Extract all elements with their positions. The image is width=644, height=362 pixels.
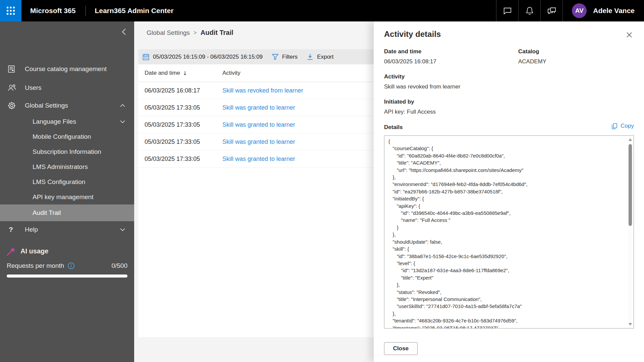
sidebar-item-mobile-configuration[interactable]: Mobile Configuration [0, 129, 134, 144]
sidebar-item-label: API key management [33, 193, 94, 201]
field-activity: Activity Skill was revoked from learner [384, 73, 461, 90]
sidebar-item-lms-administrators[interactable]: LMS Administrators [0, 159, 134, 174]
export-label: Export [317, 54, 333, 60]
field-initiated-by: Initiated by API key: Full Access [384, 99, 436, 115]
requests-label: Requests per month [7, 262, 64, 269]
catalog-icon [7, 65, 16, 73]
sidebar: Course catalog management Users Global S… [0, 21, 134, 362]
table-body: 06/03/2025 16:08:17Skill was revoked fro… [138, 82, 374, 168]
sidebar-item-users[interactable]: Users [0, 78, 134, 97]
sidebar-item-course-catalog-management[interactable]: Course catalog management [0, 60, 134, 78]
info-icon[interactable] [67, 262, 75, 269]
row-activity-link[interactable]: Skill was granted to learner [222, 138, 295, 145]
ai-usage-label: AI usage [20, 247, 48, 255]
breadcrumb-current: Audit Trail [201, 29, 233, 37]
filters-button[interactable]: Filters [272, 53, 298, 60]
sidebar-item-label: Audit Trail [33, 209, 61, 217]
sidebar-item-label: Language Files [33, 118, 76, 125]
sort-descending-icon: ↓ [183, 70, 187, 76]
export-button[interactable]: Export [307, 53, 333, 60]
sidebar-item-label: Subscription Information [33, 148, 101, 156]
users-icon [7, 83, 17, 92]
topbar-divider [86, 6, 86, 16]
sidebar-collapse-button[interactable] [120, 27, 127, 37]
chat-icon [503, 6, 512, 15]
download-icon [307, 53, 314, 60]
help-icon: ? [9, 226, 13, 234]
row-date: 05/03/2025 17:33:05 [145, 104, 222, 111]
field-label: Initiated by [384, 99, 436, 105]
gear-icon [7, 101, 16, 110]
bell-icon [525, 6, 534, 15]
app-launcher-button[interactable] [0, 0, 21, 21]
app-title[interactable]: Learn365 Admin Center [95, 7, 173, 15]
sidebar-item-api-key-management[interactable]: API key management [0, 189, 134, 204]
row-date: 05/03/2025 17:33:05 [145, 138, 222, 145]
sidebar-item-global-settings[interactable]: Global Settings [0, 97, 134, 114]
row-date: 05/03/2025 17:33:05 [145, 156, 222, 163]
table-row: 05/03/2025 17:33:05Skill was granted to … [138, 133, 374, 150]
breadcrumb: Global Settings > Audit Trail [147, 29, 233, 37]
chevron-up-icon [120, 104, 125, 108]
table-row: 06/03/2025 16:08:17Skill was revoked fro… [138, 82, 374, 99]
product-name[interactable]: Microsoft 365 [30, 7, 75, 15]
list-toolbar: 05/03/2025 16:15:09 - 06/03/2025 16:15:0… [138, 49, 374, 64]
panel-close-button[interactable] [625, 31, 633, 39]
scroll-down-icon[interactable] [629, 323, 632, 325]
chat-button[interactable] [496, 0, 518, 21]
row-activity-link[interactable]: Skill was granted to learner [222, 121, 295, 128]
table-header: Date and time ↓ Activity [138, 64, 374, 82]
requests-count: 0/500 [111, 262, 127, 269]
close-button-label: Close [393, 345, 409, 352]
feedback-button[interactable] [540, 0, 562, 21]
table-row: 05/03/2025 17:33:05Skill was granted to … [138, 116, 374, 133]
sidebar-item-label: Mobile Configuration [33, 133, 91, 140]
field-value: 06/03/2025 16:08:17 [384, 58, 436, 65]
ai-usage-section: AI usage Requests per month 0/500 [0, 243, 134, 278]
details-json: { "courseCatalog": { "id": "60a820ab-864… [384, 136, 634, 328]
notifications-button[interactable] [518, 0, 540, 21]
breadcrumb-separator-icon: > [194, 29, 197, 36]
field-value: Skill was revoked from learner [384, 83, 461, 90]
details-scrollbar[interactable] [628, 136, 633, 328]
field-label: Date and time [384, 48, 436, 55]
usage-progress-bar [7, 275, 127, 278]
user-name: Adele Vance [593, 7, 635, 15]
table-row: 05/03/2025 17:33:05Skill was granted to … [138, 99, 374, 116]
sidebar-item-subscription-information[interactable]: Subscription Information [0, 144, 134, 159]
row-activity-link[interactable]: Skill was granted to learner [222, 104, 295, 111]
sidebar-item-label: Global Settings [25, 102, 68, 109]
sidebar-item-lms-configuration[interactable]: LMS Configuration [0, 174, 134, 189]
field-label: Activity [384, 73, 461, 80]
copy-icon [611, 123, 618, 129]
sidebar-item-help[interactable]: ?Help [0, 221, 134, 238]
sidebar-item-label: Users [25, 84, 42, 92]
row-activity-link[interactable]: Skill was granted to learner [222, 156, 295, 163]
copy-button[interactable]: Copy [611, 123, 634, 129]
sidebar-item-language-files[interactable]: Language Files [0, 114, 134, 129]
filters-label: Filters [282, 54, 298, 60]
row-activity-link[interactable]: Skill was revoked from learner [222, 87, 303, 94]
column-header-date[interactable]: Date and time ↓ [145, 70, 222, 76]
field-label: Catalog [518, 48, 546, 55]
filter-icon [272, 53, 279, 60]
field-value: ACADEMY [518, 58, 546, 65]
field-value: API key: Full Access [384, 109, 436, 115]
scroll-up-icon[interactable] [629, 138, 632, 141]
date-range-picker[interactable]: 05/03/2025 16:15:09 - 06/03/2025 16:15:0… [142, 53, 263, 61]
details-json-box[interactable]: { "courseCatalog": { "id": "60a820ab-864… [384, 135, 634, 328]
close-button[interactable]: Close [384, 342, 418, 355]
breadcrumb-parent[interactable]: Global Settings [147, 29, 190, 37]
scrollbar-thumb[interactable] [629, 144, 632, 226]
account-button[interactable]: AV Adele Vance [562, 0, 644, 21]
column-header-date-label: Date and time [145, 70, 180, 76]
topbar-actions: AV Adele Vance [496, 0, 644, 21]
avatar-initials: AV [575, 7, 584, 14]
field-catalog: Catalog ACADEMY [518, 48, 546, 65]
sidebar-item-audit-trail[interactable]: Audit Trail [0, 204, 134, 221]
calendar-icon [142, 53, 150, 61]
field-date-and-time: Date and time 06/03/2025 16:08:17 [384, 48, 436, 65]
close-icon [626, 32, 633, 38]
waffle-icon [6, 6, 15, 15]
row-date: 06/03/2025 16:08:17 [145, 87, 222, 94]
